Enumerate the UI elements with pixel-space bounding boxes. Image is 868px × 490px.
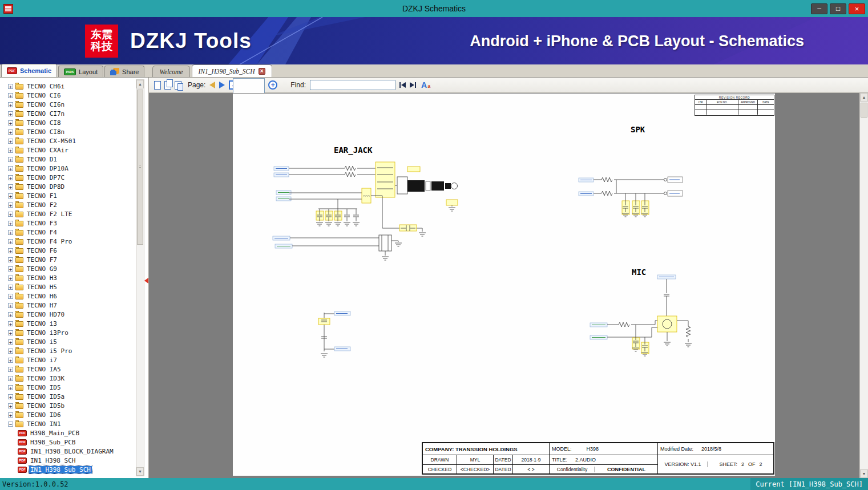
next-page-button[interactable] [219,82,225,88]
expand-icon[interactable] [8,294,13,299]
prev-page-button[interactable] [209,82,215,88]
tab-schematic[interactable]: PDF Schematic [1,64,57,77]
tree-file[interactable]: PDF IN1_H398_BLOCK_DIAGRAM [0,447,134,456]
maximize-button[interactable]: □ [830,3,846,14]
scroll-thumb[interactable] [861,103,867,118]
expand-icon[interactable] [8,303,13,308]
tree-folder[interactable]: TECNO i3Pro [0,328,134,337]
zoom-in-button[interactable]: + [268,80,277,90]
expand-icon[interactable] [8,358,13,363]
book-view-button[interactable] [175,81,181,90]
expand-icon[interactable] [8,148,13,153]
expand-icon[interactable] [8,339,13,345]
close-button[interactable]: × [849,3,865,14]
expand-icon[interactable] [8,385,13,390]
tree-folder[interactable]: TECNO ID3K [0,374,134,383]
expand-icon[interactable] [8,184,13,189]
find-input[interactable] [310,80,395,90]
expand-icon[interactable] [8,221,13,226]
expand-icon[interactable] [8,120,13,125]
scroll-thumb[interactable] [137,90,143,245]
tree-folder[interactable]: TECNO ID5 [0,383,134,392]
tree-folder[interactable]: TECNO DP10A [0,164,134,173]
expand-icon[interactable] [8,412,13,418]
doc-tab-current[interactable]: IN1_H398_Sub_SCH × [192,64,272,77]
expand-icon[interactable] [8,84,13,89]
tree-folder[interactable]: TECNO G9 [0,264,134,273]
tab-layout[interactable]: PADS Layout [58,66,103,77]
tree-folder[interactable]: TECNO ID5b [0,401,134,410]
expand-icon[interactable] [8,276,13,281]
doc-tab-welcome[interactable]: Welcome [152,66,189,77]
scroll-down-icon[interactable]: ▼ [860,469,868,478]
scroll-up-icon[interactable]: ▲ [136,80,144,88]
find-prev-button[interactable] [399,82,406,88]
tree-file[interactable]: PDF IN1_H398_Sub_SCH [0,465,134,474]
expand-icon[interactable] [8,394,13,399]
expand-icon[interactable] [8,349,13,354]
tree-folder[interactable]: TECNO F3 [0,218,134,228]
expand-icon[interactable] [8,175,13,180]
expand-icon[interactable] [8,193,13,199]
close-icon[interactable]: × [259,68,265,75]
tree-folder[interactable]: TECNO CI7n [0,109,134,118]
tree-folder[interactable]: TECNO F6 [0,246,134,255]
tree-folder[interactable]: TECNO ID5a [0,392,134,401]
expand-icon[interactable] [8,230,13,235]
tree-folder[interactable]: TECNO CI8n [0,127,134,136]
expand-icon[interactable] [8,266,13,272]
tree-folder[interactable]: TECNO ID6 [0,410,134,419]
tree-folder[interactable]: TECNO i3 [0,319,134,328]
text-size-button[interactable]: A a [421,81,430,89]
find-next-button[interactable] [410,82,416,88]
tree-folder[interactable]: TECNO F2 LTE [0,209,134,218]
expand-icon[interactable] [8,139,13,144]
expand-icon[interactable] [8,330,13,335]
tree-folder[interactable]: TECNO F4 [0,228,134,237]
tree-folder[interactable]: TECNO CX-M501 [0,136,134,145]
tree-folder[interactable]: TECNO F2 [0,200,134,209]
tree-folder[interactable]: TECNO F7 [0,255,134,264]
tree-folder[interactable]: TECNO D1 [0,155,134,164]
expand-icon[interactable] [8,285,13,290]
splitter-arrow[interactable] [144,278,148,284]
tree-folder[interactable]: TECNO CXAir [0,145,134,155]
tree-file[interactable]: PDF IN1_H398_SCH [0,456,134,465]
expand-icon[interactable] [8,111,13,116]
tree-folder[interactable]: TECNO DP8D [0,182,134,191]
tree-file[interactable]: PDF H398_Sub_PCB [0,438,134,447]
expand-icon[interactable] [8,129,13,135]
expand-icon[interactable] [8,257,13,262]
document-canvas[interactable]: EAR_JACK [149,93,868,478]
multi-page-button[interactable] [164,81,171,90]
sidebar-scrollbar[interactable]: ▲ ▼ [136,79,144,476]
expand-icon[interactable] [8,248,13,253]
tree-folder[interactable]: TECNO F1 [0,191,134,200]
expand-icon[interactable] [8,212,13,217]
tree-folder[interactable]: TECNO H6 [0,291,134,301]
minimize-button[interactable]: – [811,3,827,14]
tree-file[interactable]: PDF H398_Main_PCB [0,428,134,438]
tree-folder[interactable]: TECNO F4 Pro [0,237,134,246]
tree-folder[interactable]: TECNO DP7C [0,173,134,182]
tree-folder[interactable]: TECNO i7 [0,355,134,365]
expand-icon[interactable] [8,102,13,107]
scroll-up-icon[interactable]: ▲ [860,93,868,102]
expand-icon[interactable] [8,157,13,162]
expand-icon[interactable] [8,312,13,317]
expand-icon[interactable] [8,203,13,208]
tree-folder[interactable]: TECNO CI8 [0,118,134,127]
tree-folder[interactable]: TECNO CH6i [0,82,134,91]
expand-icon[interactable] [8,166,13,171]
expand-icon[interactable] [8,422,13,427]
tab-share[interactable]: Share [104,66,144,77]
tree-folder[interactable]: TECNO H5 [0,282,134,291]
tree-folder[interactable]: TECNO i5 [0,337,134,346]
expand-icon[interactable] [8,367,13,372]
tree-folder[interactable]: TECNO i5 Pro [0,346,134,355]
single-page-button[interactable] [154,81,161,90]
tree-folder[interactable]: TECNO IA5 [0,365,134,374]
scroll-down-icon[interactable]: ▼ [136,467,144,476]
expand-icon[interactable] [8,93,13,98]
viewer-scrollbar[interactable]: ▲ ▼ [859,93,868,478]
